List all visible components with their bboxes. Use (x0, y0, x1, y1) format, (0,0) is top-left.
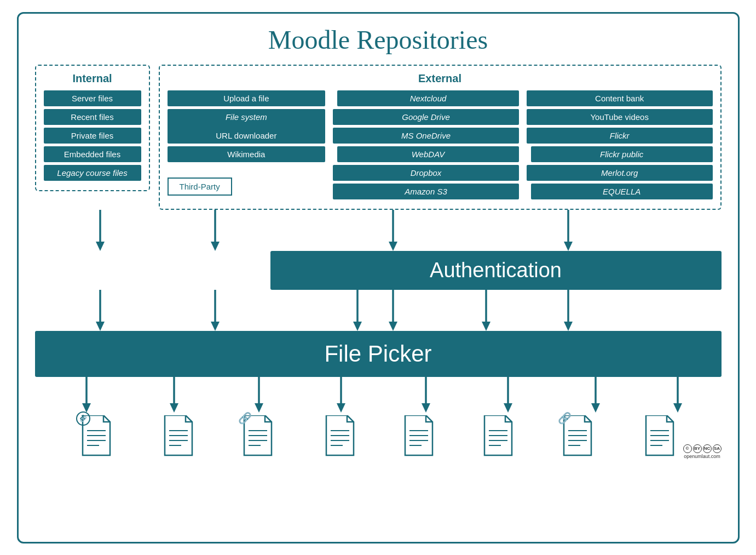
svg-marker-23 (170, 403, 178, 413)
svg-marker-1 (96, 242, 105, 251)
cc-icons: © BY NC SA (683, 444, 722, 453)
doc-icon-group (324, 415, 356, 456)
upload-col: Upload a file File system URL downloader… (168, 90, 326, 202)
list-item: Embedded files (44, 146, 141, 162)
svg-marker-29 (422, 403, 430, 413)
authentication-box: Authentication (270, 251, 722, 290)
document-icon (482, 415, 515, 456)
arrow-cloud (385, 210, 401, 251)
svg-text:🔗: 🔗 (238, 411, 252, 425)
link-icon: 🔗 (557, 411, 572, 426)
cc-url: openumlaut.com (683, 454, 722, 459)
doc-icon-group: 🔗 (561, 415, 597, 459)
list-item: Server files (44, 90, 141, 106)
main-container: Moodle Repositories Internal Server file… (17, 12, 740, 543)
svg-marker-15 (389, 322, 397, 331)
internal-box: Internal Server files Recent files Priva… (35, 65, 150, 191)
document-icon (162, 415, 195, 456)
list-item: Wikimedia (168, 146, 326, 162)
external-box: External Upload a file File system URL d… (159, 65, 722, 210)
svg-marker-9 (96, 322, 105, 331)
arrow-upload (207, 210, 223, 251)
arrows-row-1 (35, 210, 722, 251)
list-item: Merlot.org (527, 165, 713, 181)
list-item: Nextcloud (337, 90, 519, 106)
by-icon: BY (693, 444, 702, 453)
list-item: Dropbox (333, 165, 519, 181)
arrows-row-3 (35, 377, 722, 415)
cloud-col: Nextcloud Google Drive MS OneDrive WebDA… (333, 90, 519, 202)
list-item: URL downloader (168, 128, 326, 144)
doc-icon-group: 🔗 (80, 415, 116, 459)
link-icon: 🔗 (237, 411, 252, 426)
cc-icon: © (683, 444, 692, 453)
svg-text:🔗: 🔗 (80, 415, 87, 422)
doc-icon-group (402, 415, 435, 456)
content-col: Content bank YouTube videos Flickr Flick… (527, 90, 713, 202)
list-item: Amazon S3 (333, 184, 519, 199)
arrow-auth-fp-1 (350, 290, 365, 331)
svg-marker-25 (255, 403, 263, 413)
cc-badge: © BY NC SA openumlaut.com (683, 444, 722, 459)
doc-icon-group (482, 415, 515, 456)
diagram-wrapper: Internal Server files Recent files Priva… (35, 65, 722, 459)
svg-marker-7 (564, 242, 573, 251)
list-item: EQUELLA (531, 184, 713, 199)
list-item: Private files (44, 128, 141, 144)
svg-marker-33 (591, 403, 600, 413)
list-item: Recent files (44, 109, 141, 125)
document-icon (643, 415, 676, 456)
svg-marker-19 (564, 322, 573, 331)
arrows-row-2 (35, 290, 722, 331)
external-header: External (168, 72, 713, 85)
list-item: Upload a file (168, 90, 326, 106)
list-item: Flickr public (531, 146, 713, 162)
svg-text:🔗: 🔗 (558, 411, 572, 425)
svg-marker-17 (482, 322, 490, 331)
svg-marker-5 (389, 242, 397, 251)
list-item: Content bank (527, 90, 713, 106)
list-item: File system (168, 109, 326, 125)
doc-icon-group (162, 415, 195, 456)
list-item: Legacy course files (44, 165, 141, 181)
list-item: WebDAV (337, 146, 519, 162)
third-party-box: Third-Party (168, 178, 232, 196)
auth-row: Authentication (35, 251, 722, 290)
link-icon: 🔗 (76, 411, 91, 426)
list-item: YouTube videos (527, 109, 713, 125)
arrow-internal-fp (93, 290, 108, 331)
arrow-upload-fp (207, 290, 223, 331)
svg-marker-27 (337, 403, 345, 413)
document-icon (324, 415, 356, 456)
internal-header: Internal (44, 72, 141, 85)
document-icon (402, 415, 435, 456)
svg-marker-13 (353, 322, 362, 331)
doc-icons-row: 🔗 (35, 415, 722, 459)
internal-items: Server files Recent files Private files … (44, 90, 141, 181)
sa-icon: SA (713, 444, 722, 453)
arrow-internal (93, 210, 108, 251)
svg-marker-11 (211, 322, 220, 331)
svg-marker-35 (673, 403, 682, 413)
page-title: Moodle Repositories (35, 25, 722, 55)
svg-marker-3 (211, 242, 220, 251)
svg-marker-31 (504, 403, 512, 413)
list-item: Flickr (527, 128, 713, 144)
arrow-auth-fp-2 (385, 290, 401, 331)
external-inner: Upload a file File system URL downloader… (168, 90, 713, 202)
arrow-auth-fp-3 (478, 290, 494, 331)
arrow-auth-fp-4 (561, 290, 576, 331)
arrow-content (561, 210, 576, 251)
list-item: MS OneDrive (333, 128, 519, 144)
doc-icon-group (643, 415, 676, 456)
list-item: Google Drive (333, 109, 519, 125)
nc-icon: NC (703, 444, 712, 453)
file-picker-box: File Picker (35, 331, 722, 377)
doc-icon-group: 🔗 (241, 415, 277, 459)
